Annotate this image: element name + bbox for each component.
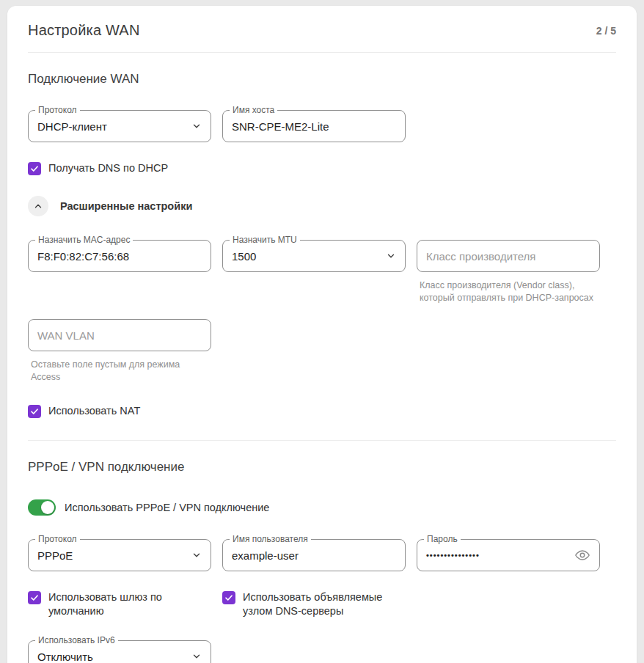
ipv6-value: Отключить (37, 651, 186, 663)
username-label: Имя пользователя (230, 534, 311, 544)
wan-fields-row: Протокол DHCP-клиент Имя хоста (28, 110, 616, 142)
dns-nodes-label: Использовать объявляемые узлом DNS-серве… (243, 590, 406, 618)
pppoe-protocol-select[interactable]: Протокол PPPoE (28, 539, 211, 571)
protocol-value: DHCP-клиент (37, 120, 186, 133)
default-gateway-checkbox[interactable]: Использовать шлюз по умолчанию (28, 590, 211, 618)
wan-section-heading: Подключение WAN (28, 72, 616, 87)
default-gateway-label: Использовать шлюз по умолчанию (48, 590, 211, 618)
pppoe-fields-row: Протокол PPPoE Имя пользователя Пароль (28, 539, 616, 571)
pppoe-checkboxes-row: Использовать шлюз по умолчанию Использов… (28, 590, 616, 618)
wan-vlan-field-wrap (28, 319, 211, 351)
vlan-row: Оставьте поле пустым для режима Access (28, 319, 616, 384)
dns-nodes-checkbox[interactable]: Использовать объявляемые узлом DNS-серве… (222, 590, 406, 618)
pppoe-protocol-label: Протокол (35, 534, 80, 544)
pppoe-section-heading: PPPoE / VPN подключение (28, 460, 616, 475)
mtu-select[interactable]: Назначить MTU 1500 (222, 240, 406, 272)
mac-label: Назначить MAC-адрес (35, 235, 133, 245)
chevron-down-icon (191, 651, 202, 662)
checkbox-checked-icon (28, 162, 41, 175)
chevron-up-icon (28, 196, 48, 216)
mtu-value: 1500 (232, 250, 380, 263)
pppoe-protocol-value: PPPoE (37, 549, 186, 562)
chevron-down-icon (386, 251, 396, 261)
page-title: Настройка WAN (28, 22, 140, 39)
mtu-label: Назначить MTU (230, 235, 300, 245)
section-divider (28, 440, 616, 441)
ipv6-label: Использовать IPv6 (35, 635, 118, 645)
nat-checkbox[interactable]: Использовать NAT (28, 404, 616, 418)
checkbox-checked-icon (28, 591, 41, 604)
vendor-class-helper: Класс производителя (Vendor class), кото… (417, 279, 600, 304)
hostname-input[interactable] (232, 120, 396, 133)
protocol-label: Протокол (35, 105, 80, 115)
wan-vlan-input[interactable] (37, 329, 202, 342)
checkbox-checked-icon (28, 405, 41, 418)
pppoe-toggle-label: Использовать PPPoE / VPN подключение (65, 502, 269, 513)
hostname-field-wrap: Имя хоста (222, 110, 406, 142)
checkbox-checked-icon (222, 591, 235, 604)
chevron-down-icon (191, 550, 202, 560)
protocol-select[interactable]: Протокол DHCP-клиент (28, 110, 211, 142)
step-indicator: 2 / 5 (596, 25, 616, 37)
password-input[interactable] (426, 551, 568, 560)
hostname-label: Имя хоста (230, 105, 277, 115)
toggle-on-icon (28, 499, 56, 516)
ipv6-row: Использовать IPv6 Отключить (28, 640, 616, 663)
mac-input[interactable] (37, 250, 202, 263)
username-field-wrap: Имя пользователя (222, 539, 406, 571)
chevron-down-icon (191, 121, 202, 131)
mac-field-wrap: Назначить MAC-адрес (28, 240, 211, 272)
wan-setup-card: Настройка WAN 2 / 5 Подключение WAN Прот… (7, 6, 637, 663)
vendor-class-field-wrap (417, 240, 600, 272)
advanced-fields-row: Назначить MAC-адрес Назначить MTU 1500 К… (28, 240, 616, 304)
vendor-class-input[interactable] (426, 250, 590, 263)
card-header: Настройка WAN 2 / 5 (28, 22, 616, 53)
dns-by-dhcp-checkbox[interactable]: Получать DNS по DHCP (28, 161, 616, 175)
wan-vlan-helper: Оставьте поле пустым для режима Access (28, 359, 211, 384)
pppoe-toggle[interactable]: Использовать PPPoE / VPN подключение (28, 499, 616, 516)
eye-icon[interactable] (574, 547, 590, 563)
password-label: Пароль (424, 534, 461, 544)
advanced-settings-heading: Расширенные настройки (60, 200, 192, 212)
password-field-wrap: Пароль (417, 539, 600, 571)
ipv6-select[interactable]: Использовать IPv6 Отключить (28, 640, 211, 663)
nat-label: Использовать NAT (48, 404, 140, 418)
advanced-settings-toggle[interactable]: Расширенные настройки (28, 196, 616, 216)
dns-by-dhcp-label: Получать DNS по DHCP (48, 161, 168, 175)
username-input[interactable] (232, 549, 396, 562)
